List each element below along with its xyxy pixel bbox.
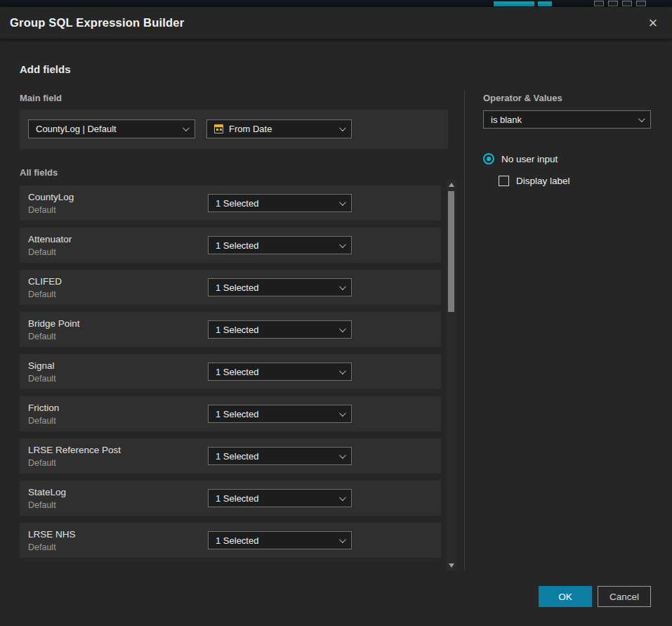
close-icon[interactable]: × xyxy=(643,13,664,34)
dropdown-value: 1 Selected xyxy=(216,325,332,335)
all-fields-list: CountyLog Default 1 Selected Attenuator … xyxy=(20,185,441,565)
background-app-strip xyxy=(0,0,672,7)
field-name: Signal xyxy=(28,360,55,371)
scrollbar-thumb[interactable] xyxy=(448,191,454,312)
background-toolbar-icon xyxy=(608,1,618,6)
field-row: CountyLog Default 1 Selected xyxy=(20,185,441,221)
radio-label: No user input xyxy=(501,154,558,164)
chevron-down-icon xyxy=(339,410,346,417)
field-selected-dropdown[interactable]: 1 Selected xyxy=(208,531,352,549)
field-selected-dropdown[interactable]: 1 Selected xyxy=(208,363,352,381)
field-name: LRSE Reference Post xyxy=(28,445,121,455)
background-toolbar-icon xyxy=(594,1,604,6)
field-subtitle: Default xyxy=(28,416,56,426)
field-selected-dropdown[interactable]: 1 Selected xyxy=(208,278,352,296)
field-subtitle: Default xyxy=(28,500,56,510)
all-fields-label: All fields xyxy=(20,167,58,178)
dropdown-value: is blank xyxy=(491,115,631,125)
chevron-down-icon xyxy=(339,241,346,248)
field-row: CLIFED Default 1 Selected xyxy=(20,270,441,305)
dropdown-value: 1 Selected xyxy=(216,282,332,293)
main-field-panel: CountyLog | Default From Date xyxy=(20,110,448,149)
field-subtitle: Default xyxy=(28,247,56,257)
field-name: LRSE NHS xyxy=(28,529,76,540)
field-name: StateLog xyxy=(28,487,66,497)
chevron-down-icon xyxy=(339,452,346,459)
main-field-label: Main field xyxy=(20,93,62,103)
chevron-down-icon xyxy=(339,325,346,332)
field-selected-dropdown[interactable]: 1 Selected xyxy=(208,320,352,339)
dialog-title: Group SQL Expression Builder xyxy=(0,16,184,30)
chevron-down-icon xyxy=(183,124,190,131)
chevron-down-icon xyxy=(339,536,346,543)
dropdown-value: 1 Selected xyxy=(216,367,332,377)
field-subtitle: Default xyxy=(28,332,56,341)
field-row: Friction Default 1 Selected xyxy=(20,396,441,431)
field-selected-dropdown[interactable]: 1 Selected xyxy=(208,194,352,212)
operator-values-heading: Operator & Values xyxy=(483,93,562,103)
vertical-scrollbar[interactable] xyxy=(447,180,456,570)
dropdown-value: 1 Selected xyxy=(216,535,332,546)
operator-dropdown[interactable]: is blank xyxy=(483,110,651,129)
dropdown-value: 1 Selected xyxy=(216,240,332,251)
field-name: CountyLog xyxy=(28,192,74,202)
chevron-down-icon xyxy=(339,199,346,206)
dropdown-value: From Date xyxy=(229,124,332,134)
field-row: StateLog Default 1 Selected xyxy=(20,481,441,516)
field-row: Attenuator Default 1 Selected xyxy=(20,228,441,263)
field-selected-dropdown[interactable]: 1 Selected xyxy=(208,405,352,423)
field-selected-dropdown[interactable]: 1 Selected xyxy=(208,447,352,465)
chevron-down-icon xyxy=(339,367,346,374)
dropdown-value: 1 Selected xyxy=(216,198,332,209)
layer-dropdown[interactable]: CountyLog | Default xyxy=(28,119,195,138)
field-row: Signal Default 1 Selected xyxy=(20,354,441,389)
dropdown-value: 1 Selected xyxy=(216,409,332,419)
chevron-down-icon xyxy=(638,115,645,122)
vertical-divider xyxy=(464,90,465,570)
field-row: LRSE Reference Post Default 1 Selected xyxy=(20,438,441,474)
background-teal-fragment xyxy=(538,1,552,6)
chevron-down-icon xyxy=(339,283,346,290)
background-teal-fragment xyxy=(494,1,534,6)
field-row: Bridge Point Default 1 Selected xyxy=(20,312,441,347)
no-user-input-option: No user input xyxy=(483,153,558,164)
display-label-option: Display label xyxy=(499,176,570,186)
checkbox-unchecked-icon[interactable] xyxy=(499,176,509,186)
scroll-up-icon[interactable] xyxy=(449,183,454,187)
field-selected-dropdown[interactable]: 1 Selected xyxy=(208,489,352,507)
field-subtitle: Default xyxy=(28,458,56,468)
group-sql-expression-builder-dialog: Group SQL Expression Builder × Add field… xyxy=(0,7,672,626)
dropdown-value: 1 Selected xyxy=(216,493,332,504)
radio-selected-icon[interactable] xyxy=(483,153,494,164)
field-subtitle: Default xyxy=(28,542,56,552)
dropdown-value: 1 Selected xyxy=(216,451,332,462)
field-subtitle: Default xyxy=(28,205,56,215)
field-name: Friction xyxy=(28,403,59,413)
calendar-icon xyxy=(214,124,223,133)
background-toolbar-icon xyxy=(636,1,646,6)
add-fields-heading: Add fields xyxy=(20,63,71,75)
field-name: Bridge Point xyxy=(28,318,80,329)
cancel-button[interactable]: Cancel xyxy=(598,586,651,607)
dialog-header: Group SQL Expression Builder × xyxy=(0,7,672,39)
field-name: Attenuator xyxy=(28,234,72,244)
chevron-down-icon xyxy=(339,124,346,131)
field-subtitle: Default xyxy=(28,374,56,384)
field-row: LRSE NHS Default 1 Selected xyxy=(20,523,441,558)
field-name: CLIFED xyxy=(28,276,62,287)
field-selected-dropdown[interactable]: 1 Selected xyxy=(208,236,352,254)
field-subtitle: Default xyxy=(28,289,56,299)
background-toolbar-icon xyxy=(622,1,632,6)
chevron-down-icon xyxy=(339,494,346,501)
dropdown-value: CountyLog | Default xyxy=(36,124,176,134)
date-field-dropdown[interactable]: From Date xyxy=(206,119,352,138)
checkbox-label: Display label xyxy=(516,176,570,186)
ok-button[interactable]: OK xyxy=(539,586,592,607)
scroll-down-icon[interactable] xyxy=(449,563,454,568)
